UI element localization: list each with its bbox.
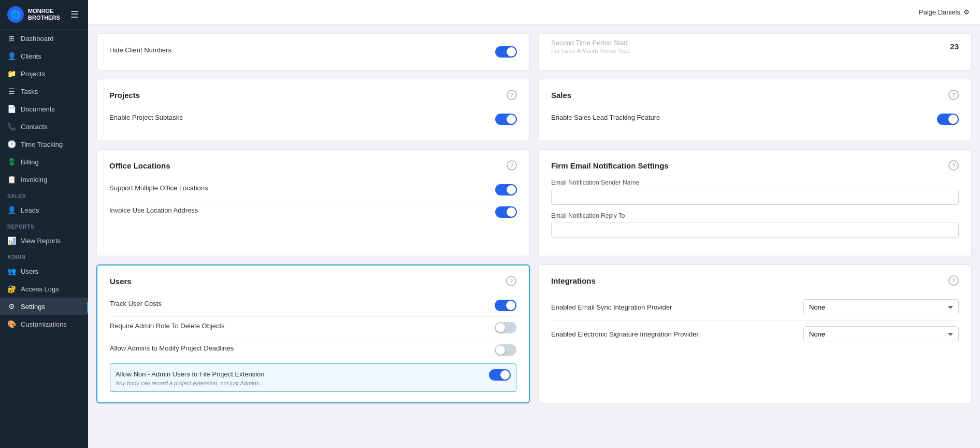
sidebar-item-tasks[interactable]: ☰ Tasks xyxy=(0,82,88,100)
electronic-sig-row: Enabled Electronic Signature Integration… xyxy=(551,321,959,347)
support-multiple-label: Support Multiple Office Locations xyxy=(109,184,487,192)
allow-non-admin-toggle[interactable] xyxy=(489,369,511,381)
client-numbers-partial-card: Hide Client Numbers xyxy=(96,33,530,71)
sidebar-item-time-tracking[interactable]: 🕐 Time Tracking xyxy=(0,135,88,153)
integrations-help-icon[interactable]: ? xyxy=(948,275,959,286)
projects-help-icon[interactable]: ? xyxy=(507,90,517,100)
sidebar-item-settings[interactable]: ⚙ Settings ▶ xyxy=(0,298,88,315)
sidebar-item-label: Tasks xyxy=(21,88,38,95)
hide-client-numbers-toggle[interactable] xyxy=(495,46,517,58)
office-locations-header: Office Locations ? xyxy=(109,160,517,171)
reply-to-label: Email Notification Reply To xyxy=(551,212,959,219)
sidebar-item-label: Users xyxy=(21,268,38,275)
sales-section-label: SALES xyxy=(0,188,88,201)
invoice-use-location-row: Invoice Use Location Address xyxy=(109,201,517,223)
sidebar-item-label: Contacts xyxy=(21,123,47,131)
settings-active-arrow: ▶ xyxy=(87,300,88,313)
sidebar-item-documents[interactable]: 📄 Documents xyxy=(0,100,88,118)
sidebar-item-label: Invoicing xyxy=(21,176,47,184)
sidebar-item-access-logs[interactable]: 🔐 Access Logs xyxy=(0,280,88,298)
enable-project-subtasks-row: Enable Project Subtasks xyxy=(109,108,517,130)
users-help-icon[interactable]: ? xyxy=(506,276,516,286)
toggle-thumb xyxy=(507,185,516,194)
allow-admins-toggle[interactable] xyxy=(495,344,516,356)
billing-icon: 💲 xyxy=(7,158,16,166)
topbar: Paige Daniels ⚙ xyxy=(88,0,980,25)
enable-project-subtasks-toggle[interactable] xyxy=(495,114,517,125)
sidebar-item-contacts[interactable]: 📞 Contacts xyxy=(0,118,88,135)
email-sync-row: Enabled Email Sync Integration Provider … xyxy=(551,294,959,321)
require-admin-label: Require Admin Role To Delete Objects xyxy=(110,322,486,330)
require-admin-row: Require Admin Role To Delete Objects xyxy=(110,317,516,339)
sidebar-item-label: Clients xyxy=(21,52,41,60)
email-sync-label: Enabled Email Sync Integration Provider xyxy=(551,303,672,311)
sidebar-item-customizations[interactable]: 🎨 Customizations xyxy=(0,315,88,333)
app-name: MONROEBROTHERS xyxy=(28,8,60,21)
sidebar-item-label: Dashboard xyxy=(21,35,54,43)
sidebar-item-leads[interactable]: 👤 Leads xyxy=(0,201,88,219)
sidebar-item-label: Documents xyxy=(21,105,55,113)
sidebar-item-clients[interactable]: 👤 Clients xyxy=(0,47,88,65)
electronic-sig-select[interactable]: None DocuSign HelloSign xyxy=(803,326,959,342)
sales-card-title: Sales xyxy=(551,91,571,100)
sidebar-item-invoicing[interactable]: 📋 Invoicing xyxy=(0,171,88,188)
hamburger-button[interactable]: ☰ xyxy=(68,7,81,22)
invoice-use-location-toggle[interactable] xyxy=(495,206,517,218)
dashboard-icon: ⊞ xyxy=(7,34,16,43)
reply-to-group: Email Notification Reply To xyxy=(551,212,959,238)
users-card-header: Users ? xyxy=(110,276,516,286)
sender-name-group: Email Notification Sender Name xyxy=(551,179,959,205)
enable-sales-toggle[interactable] xyxy=(937,114,959,125)
projects-card-header: Projects ? xyxy=(109,90,517,100)
sidebar-item-users[interactable]: 👥 Users xyxy=(0,262,88,280)
second-period-partial-card: Second Time Period Start For Twice A Mon… xyxy=(538,33,972,71)
firm-email-help-icon[interactable]: ? xyxy=(948,160,959,171)
allow-admins-row: Allow Admins to Modify Project Deadlines xyxy=(110,339,516,361)
enable-sales-label: Enable Sales Lead Tracking Feature xyxy=(551,114,929,121)
sender-name-input[interactable] xyxy=(551,189,959,205)
integrations-card: Integrations ? Enabled Email Sync Integr… xyxy=(538,264,972,403)
track-user-costs-toggle[interactable] xyxy=(495,300,516,311)
sidebar: 🌐 MONROEBROTHERS ☰ ⊞ Dashboard 👤 Clients… xyxy=(0,0,88,448)
office-locations-help-icon[interactable]: ? xyxy=(507,160,517,171)
toggle-track xyxy=(489,369,511,381)
support-multiple-toggle[interactable] xyxy=(495,184,517,195)
allow-non-admin-row: Allow Non - Admin Users to File Project … xyxy=(110,363,516,392)
integrations-header: Integrations ? xyxy=(551,275,959,286)
sidebar-item-label: View Reports xyxy=(21,237,61,245)
toggle-thumb xyxy=(507,207,516,217)
integrations-title: Integrations xyxy=(551,276,596,285)
email-sync-control: None Google Microsoft xyxy=(803,299,959,315)
sidebar-item-label: Access Logs xyxy=(21,285,59,293)
electronic-sig-label: Enabled Electronic Signature Integration… xyxy=(551,330,699,338)
toggle-thumb xyxy=(948,115,958,124)
toggle-track xyxy=(495,46,517,58)
sidebar-item-billing[interactable]: 💲 Billing xyxy=(0,153,88,171)
sales-card: Sales ? Enable Sales Lead Tracking Featu… xyxy=(538,79,972,141)
access-logs-icon: 🔐 xyxy=(7,285,16,293)
toggle-track xyxy=(495,344,516,356)
users-card: Users ? Track User Costs Require Admin R… xyxy=(96,264,530,403)
users-icon: 👥 xyxy=(7,267,16,275)
sidebar-item-projects[interactable]: 📁 Projects xyxy=(0,65,88,82)
support-multiple-row: Support Multiple Office Locations xyxy=(109,179,517,201)
sidebar-item-dashboard[interactable]: ⊞ Dashboard xyxy=(0,30,88,47)
hide-client-numbers-row: Hide Client Numbers xyxy=(109,41,517,63)
sidebar-logo: 🌐 MONROEBROTHERS ☰ xyxy=(0,0,88,30)
sidebar-item-view-reports[interactable]: 📊 View Reports xyxy=(0,232,88,249)
settings-icon: ⚙ xyxy=(7,302,16,311)
sidebar-item-label: Settings xyxy=(21,303,45,311)
toggle-track xyxy=(495,206,517,218)
require-admin-toggle[interactable] xyxy=(495,322,516,333)
second-period-label: Second Time Period Start xyxy=(551,39,631,47)
electronic-sig-control: None DocuSign HelloSign xyxy=(803,326,959,342)
topbar-user[interactable]: Paige Daniels ⚙ xyxy=(919,8,970,16)
enable-sales-row: Enable Sales Lead Tracking Feature xyxy=(551,108,959,130)
sales-help-icon[interactable]: ? xyxy=(948,90,959,100)
user-name: Paige Daniels xyxy=(919,8,960,16)
email-sync-select[interactable]: None Google Microsoft xyxy=(803,299,959,315)
sender-name-label: Email Notification Sender Name xyxy=(551,179,959,186)
sidebar-item-label: Time Tracking xyxy=(21,141,63,148)
invoicing-icon: 📋 xyxy=(7,175,16,184)
reply-to-input[interactable] xyxy=(551,222,959,238)
